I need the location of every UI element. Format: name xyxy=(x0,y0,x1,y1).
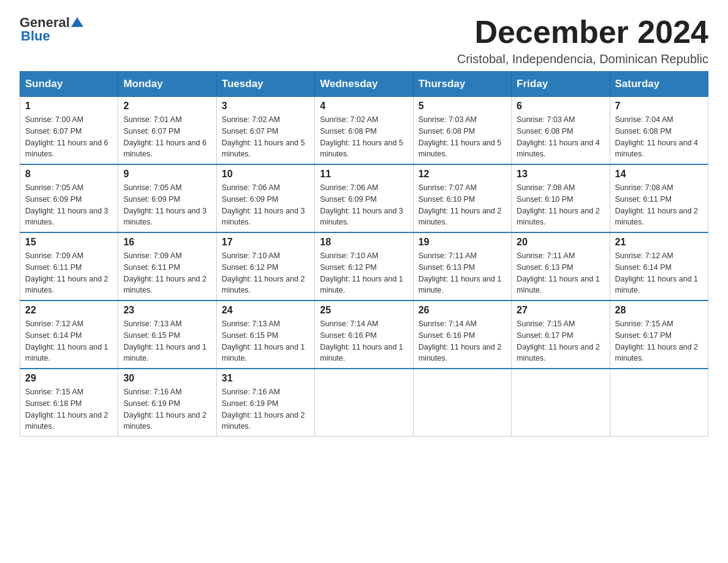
calendar-cell: 30 Sunrise: 7:16 AMSunset: 6:19 PMDaylig… xyxy=(118,369,216,437)
day-number: 1 xyxy=(25,101,113,112)
day-number: 18 xyxy=(320,237,408,248)
calendar-cell: 6 Sunrise: 7:03 AMSunset: 6:08 PMDayligh… xyxy=(512,97,610,165)
calendar-cell: 18 Sunrise: 7:10 AMSunset: 6:12 PMDaylig… xyxy=(315,232,413,301)
calendar-cell: 19 Sunrise: 7:11 AMSunset: 6:13 PMDaylig… xyxy=(413,232,511,301)
day-number: 15 xyxy=(25,237,113,248)
calendar-week-row: 15 Sunrise: 7:09 AMSunset: 6:11 PMDaylig… xyxy=(20,232,708,301)
svg-marker-0 xyxy=(71,17,83,27)
calendar-cell: 16 Sunrise: 7:09 AMSunset: 6:11 PMDaylig… xyxy=(118,232,216,301)
calendar-cell: 12 Sunrise: 7:07 AMSunset: 6:10 PMDaylig… xyxy=(413,164,511,232)
day-number: 20 xyxy=(517,237,604,248)
calendar-table: SundayMondayTuesdayWednesdayThursdayFrid… xyxy=(20,71,708,437)
day-info: Sunrise: 7:12 AMSunset: 6:14 PMDaylight:… xyxy=(25,318,113,364)
calendar-cell: 27 Sunrise: 7:15 AMSunset: 6:17 PMDaylig… xyxy=(512,301,610,369)
day-info: Sunrise: 7:04 AMSunset: 6:08 PMDaylight:… xyxy=(615,114,703,160)
logo-blue: Blue xyxy=(21,28,50,44)
calendar-week-row: 8 Sunrise: 7:05 AMSunset: 6:09 PMDayligh… xyxy=(20,164,708,232)
day-info: Sunrise: 7:06 AMSunset: 6:09 PMDaylight:… xyxy=(320,182,408,228)
day-number: 10 xyxy=(222,169,309,180)
day-number: 7 xyxy=(615,101,703,112)
logo-triangle-icon xyxy=(71,17,83,27)
calendar-cell: 11 Sunrise: 7:06 AMSunset: 6:09 PMDaylig… xyxy=(315,164,413,232)
day-info: Sunrise: 7:10 AMSunset: 6:12 PMDaylight:… xyxy=(222,250,309,296)
calendar-week-row: 22 Sunrise: 7:12 AMSunset: 6:14 PMDaylig… xyxy=(20,301,708,369)
day-number: 8 xyxy=(25,169,113,180)
day-info: Sunrise: 7:13 AMSunset: 6:15 PMDaylight:… xyxy=(222,318,309,364)
day-number: 2 xyxy=(123,101,211,112)
day-number: 13 xyxy=(517,169,604,180)
day-info: Sunrise: 7:06 AMSunset: 6:09 PMDaylight:… xyxy=(222,182,309,228)
calendar-cell: 10 Sunrise: 7:06 AMSunset: 6:09 PMDaylig… xyxy=(216,164,314,232)
day-number: 26 xyxy=(419,305,506,316)
calendar-cell xyxy=(413,369,511,437)
day-number: 23 xyxy=(123,305,211,316)
day-header-thursday: Thursday xyxy=(413,72,511,97)
logo: General Blue xyxy=(20,15,83,44)
calendar-cell: 1 Sunrise: 7:00 AMSunset: 6:07 PMDayligh… xyxy=(20,97,118,165)
calendar-header-row: SundayMondayTuesdayWednesdayThursdayFrid… xyxy=(20,72,708,97)
calendar-cell: 24 Sunrise: 7:13 AMSunset: 6:15 PMDaylig… xyxy=(216,301,314,369)
location-subtitle: Cristobal, Independencia, Dominican Repu… xyxy=(457,52,708,66)
day-info: Sunrise: 7:05 AMSunset: 6:09 PMDaylight:… xyxy=(123,182,211,228)
day-header-monday: Monday xyxy=(118,72,216,97)
calendar-cell: 4 Sunrise: 7:02 AMSunset: 6:08 PMDayligh… xyxy=(315,97,413,165)
calendar-cell: 8 Sunrise: 7:05 AMSunset: 6:09 PMDayligh… xyxy=(20,164,118,232)
day-number: 14 xyxy=(615,169,703,180)
day-info: Sunrise: 7:11 AMSunset: 6:13 PMDaylight:… xyxy=(517,250,604,296)
day-info: Sunrise: 7:05 AMSunset: 6:09 PMDaylight:… xyxy=(25,182,113,228)
calendar-week-row: 29 Sunrise: 7:15 AMSunset: 6:18 PMDaylig… xyxy=(20,369,708,437)
calendar-cell: 5 Sunrise: 7:03 AMSunset: 6:08 PMDayligh… xyxy=(413,97,511,165)
month-title: December 2024 xyxy=(457,15,708,50)
calendar-cell xyxy=(610,369,708,437)
calendar-cell: 26 Sunrise: 7:14 AMSunset: 6:16 PMDaylig… xyxy=(413,301,511,369)
day-info: Sunrise: 7:02 AMSunset: 6:07 PMDaylight:… xyxy=(222,114,309,160)
day-number: 5 xyxy=(419,101,506,112)
day-number: 28 xyxy=(615,305,703,316)
day-info: Sunrise: 7:15 AMSunset: 6:17 PMDaylight:… xyxy=(517,318,604,364)
day-number: 31 xyxy=(222,373,309,384)
calendar-cell: 2 Sunrise: 7:01 AMSunset: 6:07 PMDayligh… xyxy=(118,97,216,165)
calendar-cell xyxy=(315,369,413,437)
calendar-cell: 21 Sunrise: 7:12 AMSunset: 6:14 PMDaylig… xyxy=(610,232,708,301)
calendar-cell: 28 Sunrise: 7:15 AMSunset: 6:17 PMDaylig… xyxy=(610,301,708,369)
calendar-cell: 23 Sunrise: 7:13 AMSunset: 6:15 PMDaylig… xyxy=(118,301,216,369)
calendar-cell: 3 Sunrise: 7:02 AMSunset: 6:07 PMDayligh… xyxy=(216,97,314,165)
calendar-cell: 14 Sunrise: 7:08 AMSunset: 6:11 PMDaylig… xyxy=(610,164,708,232)
day-number: 27 xyxy=(517,305,604,316)
calendar-cell: 29 Sunrise: 7:15 AMSunset: 6:18 PMDaylig… xyxy=(20,369,118,437)
day-info: Sunrise: 7:14 AMSunset: 6:16 PMDaylight:… xyxy=(419,318,506,364)
day-info: Sunrise: 7:07 AMSunset: 6:10 PMDaylight:… xyxy=(419,182,506,228)
calendar-cell: 22 Sunrise: 7:12 AMSunset: 6:14 PMDaylig… xyxy=(20,301,118,369)
day-header-tuesday: Tuesday xyxy=(216,72,314,97)
day-info: Sunrise: 7:00 AMSunset: 6:07 PMDaylight:… xyxy=(25,114,113,160)
day-info: Sunrise: 7:16 AMSunset: 6:19 PMDaylight:… xyxy=(222,386,309,432)
calendar-cell: 20 Sunrise: 7:11 AMSunset: 6:13 PMDaylig… xyxy=(512,232,610,301)
calendar-cell: 25 Sunrise: 7:14 AMSunset: 6:16 PMDaylig… xyxy=(315,301,413,369)
day-info: Sunrise: 7:09 AMSunset: 6:11 PMDaylight:… xyxy=(123,250,211,296)
calendar-cell: 13 Sunrise: 7:08 AMSunset: 6:10 PMDaylig… xyxy=(512,164,610,232)
calendar-cell: 17 Sunrise: 7:10 AMSunset: 6:12 PMDaylig… xyxy=(216,232,314,301)
calendar-cell xyxy=(512,369,610,437)
day-info: Sunrise: 7:09 AMSunset: 6:11 PMDaylight:… xyxy=(25,250,113,296)
day-number: 12 xyxy=(419,169,506,180)
day-info: Sunrise: 7:15 AMSunset: 6:18 PMDaylight:… xyxy=(25,386,113,432)
day-number: 21 xyxy=(615,237,703,248)
day-number: 9 xyxy=(123,169,211,180)
day-info: Sunrise: 7:14 AMSunset: 6:16 PMDaylight:… xyxy=(320,318,408,364)
calendar-cell: 15 Sunrise: 7:09 AMSunset: 6:11 PMDaylig… xyxy=(20,232,118,301)
day-number: 11 xyxy=(320,169,408,180)
day-number: 17 xyxy=(222,237,309,248)
day-number: 30 xyxy=(123,373,211,384)
day-info: Sunrise: 7:03 AMSunset: 6:08 PMDaylight:… xyxy=(517,114,604,160)
day-number: 24 xyxy=(222,305,309,316)
day-header-saturday: Saturday xyxy=(610,72,708,97)
day-info: Sunrise: 7:01 AMSunset: 6:07 PMDaylight:… xyxy=(123,114,211,160)
day-info: Sunrise: 7:13 AMSunset: 6:15 PMDaylight:… xyxy=(123,318,211,364)
calendar-week-row: 1 Sunrise: 7:00 AMSunset: 6:07 PMDayligh… xyxy=(20,97,708,165)
day-info: Sunrise: 7:16 AMSunset: 6:19 PMDaylight:… xyxy=(123,386,211,432)
day-number: 4 xyxy=(320,101,408,112)
day-info: Sunrise: 7:08 AMSunset: 6:10 PMDaylight:… xyxy=(517,182,604,228)
day-number: 16 xyxy=(123,237,211,248)
title-area: December 2024 Cristobal, Independencia, … xyxy=(457,15,708,66)
day-info: Sunrise: 7:08 AMSunset: 6:11 PMDaylight:… xyxy=(615,182,703,228)
